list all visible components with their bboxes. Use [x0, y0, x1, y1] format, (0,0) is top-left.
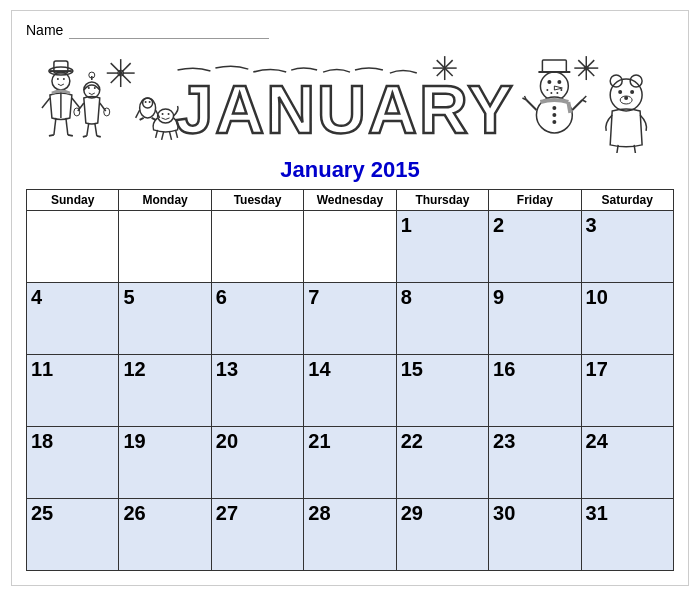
svg-point-31 [143, 98, 153, 108]
day-number: 22 [401, 430, 423, 452]
calendar-day-cell: 6 [211, 283, 303, 355]
calendar-day-cell [119, 211, 211, 283]
day-number: 31 [586, 502, 608, 524]
svg-point-16 [74, 108, 80, 116]
day-number: 21 [308, 430, 330, 452]
name-input-line[interactable] [69, 21, 269, 39]
day-number: 8 [401, 286, 412, 308]
calendar-day-cell: 19 [119, 427, 211, 499]
svg-point-14 [94, 87, 96, 89]
day-number: 1 [401, 214, 412, 236]
svg-line-57 [526, 100, 536, 110]
svg-point-18 [104, 108, 110, 116]
day-number: 25 [31, 502, 53, 524]
calendar-day-cell: 24 [581, 427, 673, 499]
svg-line-34 [136, 110, 140, 118]
svg-point-32 [145, 101, 147, 103]
calendar-day-cell: 22 [396, 427, 488, 499]
calendar-day-cell: 12 [119, 355, 211, 427]
svg-point-50 [550, 92, 552, 94]
calendar-day-cell: 25 [27, 499, 119, 571]
calendar-day-cell: 31 [581, 499, 673, 571]
calendar-day-cell: 2 [489, 211, 581, 283]
svg-point-46 [547, 80, 551, 84]
calendar-header-row: Sunday Monday Tuesday Wednesday Thursday… [27, 190, 674, 211]
svg-point-52 [560, 89, 562, 91]
calendar-day-cell: 10 [581, 283, 673, 355]
svg-line-11 [68, 135, 73, 136]
svg-text:JANUARY: JANUARY [176, 72, 515, 147]
day-number: 23 [493, 430, 515, 452]
svg-line-83 [170, 132, 172, 140]
calendar-day-cell [304, 211, 396, 283]
day-number: 4 [31, 286, 42, 308]
svg-point-33 [149, 101, 151, 103]
svg-line-7 [72, 98, 80, 108]
day-number: 14 [308, 358, 330, 380]
header-illustration: JANUARY [26, 43, 674, 153]
calendar-day-cell: 1 [396, 211, 488, 283]
calendar-day-cell: 21 [304, 427, 396, 499]
svg-line-22 [97, 136, 101, 137]
day-number: 2 [493, 214, 504, 236]
calendar-day-cell: 15 [396, 355, 488, 427]
day-number: 28 [308, 502, 330, 524]
name-row: Name [26, 21, 674, 39]
svg-point-79 [162, 113, 164, 115]
col-header-tuesday: Tuesday [211, 190, 303, 211]
calendar-day-cell: 5 [119, 283, 211, 355]
svg-point-56 [552, 120, 556, 124]
day-number: 6 [216, 286, 227, 308]
svg-point-51 [556, 92, 558, 94]
svg-point-70 [624, 96, 628, 100]
svg-point-65 [630, 75, 642, 87]
day-number: 18 [31, 430, 53, 452]
svg-rect-43 [542, 60, 566, 72]
day-number: 7 [308, 286, 319, 308]
calendar-week-row: 123 [27, 211, 674, 283]
svg-line-10 [49, 135, 54, 136]
col-header-wednesday: Wednesday [304, 190, 396, 211]
svg-line-62 [582, 100, 586, 102]
svg-line-82 [162, 132, 164, 140]
calendar-day-cell: 13 [211, 355, 303, 427]
calendar-day-cell: 18 [27, 427, 119, 499]
svg-line-63 [568, 102, 570, 113]
svg-point-4 [57, 78, 59, 80]
svg-line-20 [95, 123, 97, 136]
month-title: January 2015 [26, 157, 674, 183]
calendar-day-cell: 17 [581, 355, 673, 427]
calendar-week-row: 25262728293031 [27, 499, 674, 571]
calendar-day-cell: 4 [27, 283, 119, 355]
calendar-day-cell: 8 [396, 283, 488, 355]
svg-point-49 [546, 89, 548, 91]
calendar-day-cell: 16 [489, 355, 581, 427]
svg-line-19 [87, 123, 89, 136]
svg-point-55 [552, 113, 556, 117]
col-header-thursday: Thursday [396, 190, 488, 211]
calendar-week-row: 11121314151617 [27, 355, 674, 427]
day-number: 5 [123, 286, 134, 308]
day-number: 3 [586, 214, 597, 236]
calendar-day-cell: 27 [211, 499, 303, 571]
svg-point-67 [618, 90, 622, 94]
day-number: 30 [493, 502, 515, 524]
svg-point-5 [63, 78, 65, 80]
day-number: 15 [401, 358, 423, 380]
page-container: Name [11, 10, 689, 586]
svg-line-21 [83, 136, 87, 137]
day-number: 20 [216, 430, 238, 452]
calendar-day-cell [211, 211, 303, 283]
day-number: 29 [401, 502, 423, 524]
svg-point-66 [610, 79, 642, 111]
calendar-week-row: 18192021222324 [27, 427, 674, 499]
svg-line-36 [140, 118, 144, 120]
calendar-day-cell: 14 [304, 355, 396, 427]
svg-line-9 [66, 118, 68, 135]
day-number: 27 [216, 502, 238, 524]
svg-line-8 [54, 118, 56, 135]
day-number: 17 [586, 358, 608, 380]
day-number: 19 [123, 430, 145, 452]
svg-point-13 [88, 87, 90, 89]
day-number: 9 [493, 286, 504, 308]
